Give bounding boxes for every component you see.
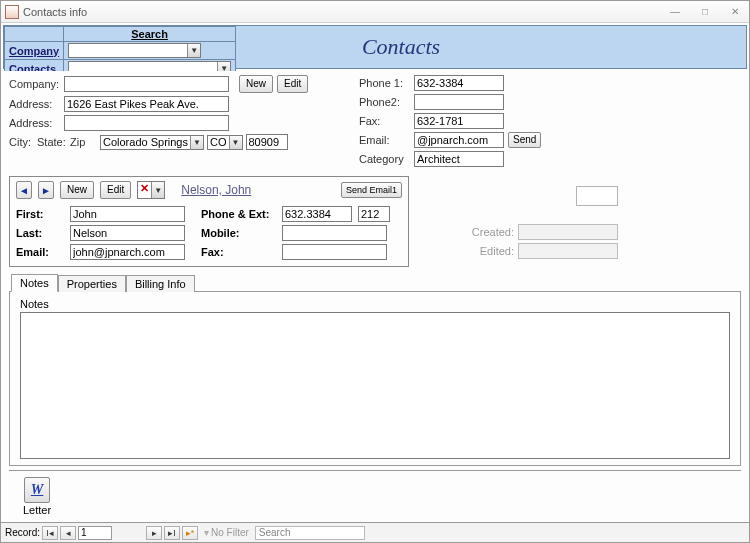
category-input[interactable]	[414, 151, 504, 167]
fax-label: Fax:	[359, 115, 414, 127]
city-label: City:	[9, 136, 37, 148]
company-new-button[interactable]: New	[239, 75, 273, 93]
phone2-label: Phone2:	[359, 96, 414, 108]
person-ext-input[interactable]	[358, 206, 390, 222]
chevron-down-icon[interactable]: ▼	[190, 136, 203, 149]
record-search-input[interactable]	[255, 526, 365, 540]
tab-notes[interactable]: Notes	[11, 274, 58, 292]
person-new-button[interactable]: New	[60, 181, 94, 199]
person-name-link[interactable]: Nelson, John	[181, 183, 251, 197]
company-edit-button[interactable]: Edit	[277, 75, 308, 93]
maximize-button[interactable]: □	[695, 5, 715, 19]
email-input[interactable]	[414, 132, 504, 148]
company-search-combo[interactable]: ▼	[68, 43, 201, 58]
mobile-label: Mobile:	[201, 227, 276, 239]
titlebar: Contacts info — □ ✕	[1, 1, 749, 23]
zip-label: Zip	[70, 136, 100, 148]
phone1-input[interactable]	[414, 75, 504, 91]
tab-properties[interactable]: Properties	[58, 275, 126, 292]
address2-input[interactable]	[64, 115, 229, 131]
page-title: Contacts	[236, 26, 746, 68]
prev-record-button-nav[interactable]: ◂	[60, 526, 76, 540]
state-label: State:	[37, 136, 70, 148]
record-label: Record:	[5, 527, 40, 538]
prev-record-button[interactable]: ◄	[16, 181, 32, 199]
chevron-down-icon[interactable]: ▼	[187, 44, 200, 57]
zip-input[interactable]	[246, 134, 288, 150]
last-input[interactable]	[70, 225, 185, 241]
first-label: First:	[16, 208, 64, 220]
company-section: Company: New Edit Address: Address: City…	[9, 75, 339, 170]
delete-icon: ✕	[138, 182, 151, 198]
letter-label: Letter	[23, 504, 51, 516]
new-record-button[interactable]: ▸*	[182, 526, 198, 540]
filter-icon: ▾	[204, 527, 209, 538]
person-subform: ◄ ► New Edit ✕ ▼ Nelson, John Send Email…	[9, 176, 409, 267]
top-form: Company: New Edit Address: Address: City…	[9, 75, 741, 170]
tab-panel-notes: Notes	[9, 291, 741, 466]
letter-button[interactable]: W	[24, 477, 50, 503]
city-combo[interactable]: Colorado Springs ▼	[100, 135, 204, 150]
phone1-label: Phone 1:	[359, 77, 414, 89]
notes-textarea[interactable]	[20, 312, 730, 459]
address2-label: Address:	[9, 117, 64, 129]
first-input[interactable]	[70, 206, 185, 222]
address1-input[interactable]	[64, 96, 229, 112]
address1-label: Address:	[9, 98, 64, 110]
company-label: Company:	[9, 78, 64, 90]
category-label: Category	[359, 153, 414, 165]
word-icon: W	[31, 482, 43, 498]
window-title: Contacts info	[23, 6, 665, 18]
last-record-button[interactable]: ▸I	[164, 526, 180, 540]
person-edit-button[interactable]: Edit	[100, 181, 131, 199]
person-fax-label: Fax:	[201, 246, 276, 258]
mobile-input[interactable]	[282, 225, 387, 241]
contact-info-section: Phone 1: Phone2: Fax: Email: Send	[359, 75, 741, 170]
no-filter[interactable]: ▾ No Filter	[204, 527, 249, 538]
last-label: Last:	[16, 227, 64, 239]
first-record-button[interactable]: I◂	[42, 526, 58, 540]
company-search-label: Company	[5, 42, 64, 60]
header-band: Search Company ▼ Contacts	[3, 25, 747, 69]
person-email-input[interactable]	[70, 244, 185, 260]
person-phone-input[interactable]	[282, 206, 352, 222]
record-number-input[interactable]	[78, 526, 112, 540]
phone2-input[interactable]	[414, 94, 504, 110]
person-email-label: Email:	[16, 246, 64, 258]
record-nav-bar: Record: I◂ ◂ ▸ ▸I ▸* ▾ No Filter	[1, 522, 749, 542]
next-record-button-nav[interactable]: ▸	[146, 526, 162, 540]
send-email-button[interactable]: Send	[508, 132, 541, 148]
search-header: Search	[64, 27, 236, 42]
company-name-input[interactable]	[64, 76, 229, 92]
phone-ext-label: Phone & Ext:	[201, 208, 276, 220]
search-grid: Search Company ▼ Contacts	[4, 26, 236, 68]
edited-label: Edited:	[459, 245, 514, 257]
chevron-down-icon[interactable]: ▼	[229, 136, 242, 149]
state-combo[interactable]: CO ▼	[207, 135, 243, 150]
minimize-button[interactable]: —	[665, 5, 685, 19]
email-label: Email:	[359, 134, 414, 146]
notes-label: Notes	[20, 298, 730, 310]
created-label: Created:	[459, 226, 514, 238]
blank-box	[576, 186, 618, 206]
tabs: Notes Properties Billing Info Notes	[9, 273, 741, 466]
close-button[interactable]: ✕	[725, 5, 745, 19]
body: Company: New Edit Address: Address: City…	[1, 71, 749, 522]
tab-billing[interactable]: Billing Info	[126, 275, 195, 292]
created-value	[518, 224, 618, 240]
person-delete-combo[interactable]: ✕ ▼	[137, 181, 165, 199]
record-meta: Created: Edited:	[429, 170, 618, 262]
fax-input[interactable]	[414, 113, 504, 129]
send-email1-button[interactable]: Send Email1	[341, 182, 402, 198]
chevron-down-icon[interactable]: ▼	[151, 182, 164, 198]
window: Contacts info — □ ✕ Search Company ▼	[0, 0, 750, 543]
tab-strip: Notes Properties Billing Info	[9, 273, 741, 291]
next-record-button[interactable]: ►	[38, 181, 54, 199]
letter-bar: W Letter	[9, 471, 741, 518]
person-fax-input[interactable]	[282, 244, 387, 260]
edited-value	[518, 243, 618, 259]
app-icon	[5, 5, 19, 19]
